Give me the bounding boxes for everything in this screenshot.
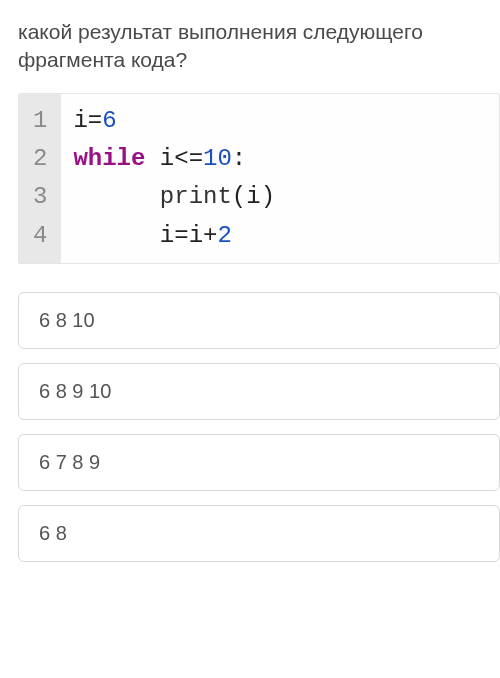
code-token bbox=[73, 183, 159, 210]
code-token: i=i+ bbox=[73, 222, 217, 249]
line-number: 1 bbox=[33, 102, 47, 140]
line-number: 2 bbox=[33, 140, 47, 178]
code-token: 10 bbox=[203, 145, 232, 172]
answer-option[interactable]: 6 8 10 bbox=[18, 292, 500, 349]
code-token: while bbox=[73, 145, 145, 172]
code-line: print(i) bbox=[73, 183, 275, 210]
code-token: 2 bbox=[217, 222, 231, 249]
code-token: i<= bbox=[145, 145, 203, 172]
code-line: while i<=10: bbox=[73, 145, 246, 172]
code-line: i=6 bbox=[73, 107, 116, 134]
code-token: 6 bbox=[102, 107, 116, 134]
code-token: : bbox=[232, 145, 246, 172]
code-content: i=6 while i<=10: print(i) i=i+2 bbox=[61, 94, 499, 264]
answer-option[interactable]: 6 7 8 9 bbox=[18, 434, 500, 491]
line-number: 4 bbox=[33, 217, 47, 255]
code-token: (i) bbox=[232, 183, 275, 210]
question-text: какой результат выполнения следующего фр… bbox=[18, 18, 500, 75]
line-number: 3 bbox=[33, 178, 47, 216]
answer-option[interactable]: 6 8 bbox=[18, 505, 500, 562]
code-token: i= bbox=[73, 107, 102, 134]
code-line: i=i+2 bbox=[73, 222, 231, 249]
code-token: print bbox=[160, 183, 232, 210]
answers-list: 6 8 10 6 8 9 10 6 7 8 9 6 8 bbox=[18, 292, 500, 562]
code-block: 1 2 3 4 i=6 while i<=10: print(i) i=i+2 bbox=[18, 93, 500, 265]
answer-option[interactable]: 6 8 9 10 bbox=[18, 363, 500, 420]
line-number-gutter: 1 2 3 4 bbox=[19, 94, 61, 264]
